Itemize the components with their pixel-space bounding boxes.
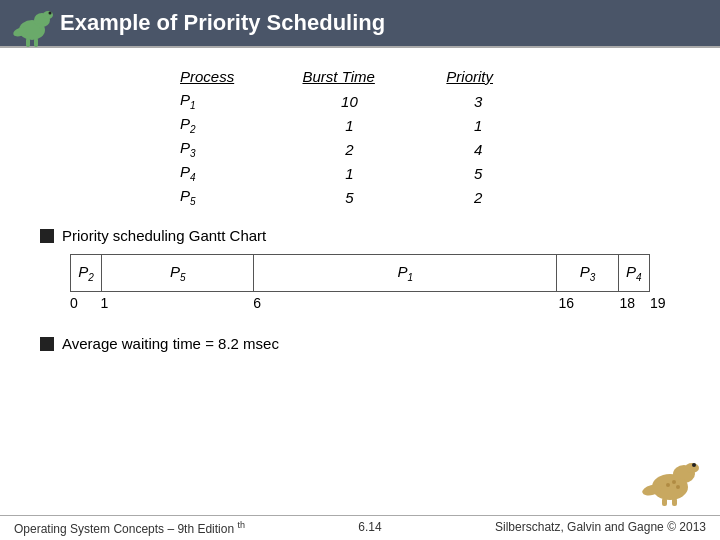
priority-cell: 1 (436, 113, 550, 137)
gantt-time-label: 6 (253, 295, 261, 311)
gantt-time-label: 1 (101, 295, 109, 311)
process-cell: P2 (170, 113, 292, 137)
col-burst: Burst Time (292, 66, 436, 89)
process-table: Process Burst Time Priority P1103P211P32… (170, 66, 550, 209)
svg-rect-5 (34, 38, 38, 47)
table-row: P415 (170, 161, 550, 185)
gantt-cell: P4 (619, 255, 649, 291)
svg-point-11 (692, 463, 696, 467)
svg-point-3 (49, 12, 52, 15)
footer-left: Operating System Concepts – 9th Edition … (14, 520, 245, 536)
gantt-time-label: 19 (650, 295, 666, 311)
footer: Operating System Concepts – 9th Edition … (0, 515, 720, 540)
col-priority: Priority (436, 66, 550, 89)
gantt-cell: P2 (71, 255, 102, 291)
slide-header: Example of Priority Scheduling (0, 0, 720, 46)
gantt-row: P2P5P1P3P4 (70, 254, 650, 292)
burst-cell: 1 (292, 161, 436, 185)
burst-cell: 10 (292, 89, 436, 113)
svg-point-18 (676, 485, 680, 489)
gantt-labels: 016161819 (70, 295, 650, 317)
priority-cell: 2 (436, 185, 550, 209)
gantt-bullet-section: Priority scheduling Gantt Chart (40, 227, 680, 244)
gantt-bullet-label: Priority scheduling Gantt Chart (62, 227, 266, 244)
svg-point-16 (666, 483, 670, 487)
header-dino-icon (10, 2, 55, 56)
process-cell: P1 (170, 89, 292, 113)
gantt-time-label: 18 (619, 295, 635, 311)
gantt-cell: P3 (557, 255, 618, 291)
table-row: P324 (170, 137, 550, 161)
burst-cell: 5 (292, 185, 436, 209)
gantt-time-label: 0 (70, 295, 78, 311)
header-title: Example of Priority Scheduling (60, 10, 385, 36)
gantt-time-label: 16 (558, 295, 574, 311)
svg-rect-13 (672, 498, 677, 506)
main-content: Process Burst Time Priority P1103P211P32… (0, 48, 720, 372)
gantt-cell: P5 (102, 255, 254, 291)
avg-bullet-icon (40, 337, 54, 351)
svg-point-2 (43, 11, 53, 19)
gantt-cell: P1 (254, 255, 557, 291)
process-cell: P3 (170, 137, 292, 161)
table-row: P1103 (170, 89, 550, 113)
footer-left-text: Operating System Concepts – 9th Edition (14, 522, 234, 536)
table-row: P552 (170, 185, 550, 209)
priority-cell: 5 (436, 161, 550, 185)
burst-cell: 1 (292, 113, 436, 137)
priority-cell: 4 (436, 137, 550, 161)
bullet-icon (40, 229, 54, 243)
svg-point-17 (672, 480, 676, 484)
footer-dino-icon (640, 452, 700, 510)
svg-point-10 (685, 463, 699, 473)
table-row: P211 (170, 113, 550, 137)
col-process: Process (170, 66, 292, 89)
average-label: Average waiting time = 8.2 msec (62, 335, 279, 352)
svg-rect-12 (662, 498, 667, 506)
gantt-chart: P2P5P1P3P4 016161819 (70, 254, 650, 317)
footer-center: 6.14 (358, 520, 381, 536)
average-section: Average waiting time = 8.2 msec (40, 335, 680, 352)
process-cell: P5 (170, 185, 292, 209)
priority-cell: 3 (436, 89, 550, 113)
svg-rect-4 (26, 38, 30, 47)
burst-cell: 2 (292, 137, 436, 161)
footer-right: Silberschatz, Galvin and Gagne © 2013 (495, 520, 706, 536)
process-cell: P4 (170, 161, 292, 185)
